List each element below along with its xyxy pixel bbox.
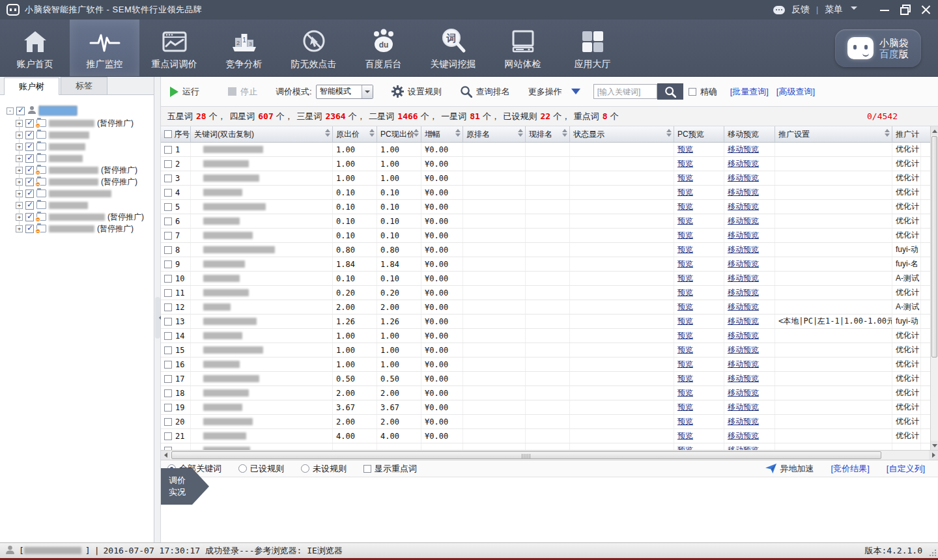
table-row[interactable]: 16 1.00 1.00 ¥0.00 预览 移动预览 优化计 (161, 357, 930, 372)
table-row[interactable]: 17 0.50 0.50 ¥0.00 预览 移动预览 优化计 (161, 372, 930, 386)
pc-preview-link[interactable]: 预览 (677, 287, 693, 298)
nav-keyword-mining[interactable]: 词 关键词挖掘 (418, 20, 488, 76)
tree-item-checkbox[interactable] (25, 225, 34, 233)
pc-preview-link[interactable]: 预览 (677, 173, 693, 184)
menu-link[interactable]: 菜单 (825, 4, 843, 16)
row-checkbox[interactable] (164, 332, 172, 340)
table-row[interactable]: 8 0.80 0.80 ¥0.00 预览 移动预览 fuyi-动 (161, 243, 930, 257)
col-pc-bid[interactable]: PC现出价 (377, 126, 421, 142)
pc-preview-link[interactable]: 预览 (677, 259, 693, 270)
radio-without-rules[interactable]: 未设规则 (301, 463, 347, 475)
table-row[interactable]: 19 3.67 3.67 ¥0.00 预览 移动预览 优化计 (161, 400, 930, 415)
mobile-preview-link[interactable]: 移动预览 (728, 416, 759, 427)
table-row[interactable]: 12 2.00 2.00 ¥0.00 预览 移动预览 A-测试 (161, 300, 930, 315)
row-checkbox[interactable] (164, 146, 172, 154)
mobile-preview-link[interactable]: 移动预览 (728, 158, 759, 169)
nav-key-word-pricing[interactable]: 重点词调价 (139, 20, 209, 76)
collapse-sidebar-handle[interactable] (155, 297, 160, 339)
stop-button[interactable]: 停止 (228, 86, 257, 98)
mobile-preview-link[interactable]: 移动预览 (728, 301, 759, 313)
expand-icon[interactable]: + (16, 143, 23, 150)
mobile-preview-link[interactable]: 移动预览 (728, 201, 759, 212)
mobile-preview-link[interactable]: 移动预览 (728, 144, 759, 155)
mobile-preview-link[interactable]: 移动预览 (728, 373, 759, 384)
mobile-preview-link[interactable]: 移动预览 (728, 344, 759, 356)
row-checkbox[interactable] (164, 275, 172, 283)
row-checkbox[interactable] (164, 303, 172, 311)
pc-preview-link[interactable]: 预览 (677, 344, 693, 356)
table-row[interactable]: 11 0.20 0.20 ¥0.00 预览 移动预览 优化计 (161, 286, 930, 300)
custom-columns-link[interactable]: [自定义列] (887, 463, 925, 475)
row-checkbox[interactable] (164, 160, 172, 168)
row-checkbox[interactable] (164, 389, 172, 397)
pc-preview-link[interactable]: 预览 (677, 402, 693, 413)
pc-preview-link[interactable]: 预览 (677, 359, 693, 370)
pc-preview-link[interactable]: 预览 (677, 430, 693, 441)
col-pc-preview[interactable]: PC预览 (674, 126, 724, 142)
pc-preview-link[interactable]: 预览 (677, 158, 693, 169)
tree-item-checkbox[interactable] (25, 189, 34, 198)
mobile-preview-link[interactable]: 移动预览 (728, 287, 759, 298)
pricing-mode-select[interactable]: 智能模式 (316, 85, 373, 99)
pc-preview-link[interactable]: 预览 (677, 330, 693, 341)
expand-icon[interactable]: + (16, 202, 23, 209)
expand-icon[interactable]: + (16, 225, 23, 232)
row-checkbox[interactable] (164, 260, 172, 268)
nav-baidu-backend[interactable]: du 百度后台 (348, 20, 418, 76)
tree-item-checkbox[interactable] (25, 213, 34, 221)
scroll-right-icon[interactable] (929, 451, 938, 460)
col-now-rank[interactable]: 现排名 (526, 126, 570, 142)
mobile-preview-link[interactable]: 移动预览 (728, 187, 759, 198)
pc-preview-link[interactable]: 预览 (677, 316, 693, 327)
advanced-query-link[interactable]: [高级查询] (776, 86, 815, 98)
more-actions-button[interactable]: 更多操作 (528, 86, 580, 98)
mobile-preview-link[interactable]: 移动预览 (728, 430, 759, 441)
scroll-left-icon[interactable] (161, 451, 170, 460)
col-mobile-preview[interactable]: 移动预览 (724, 126, 775, 142)
restore-button[interactable] (900, 5, 911, 15)
search-button[interactable] (657, 83, 683, 100)
nav-invalid-click-block[interactable]: 防无效点击 (279, 20, 348, 76)
tab-labels[interactable]: 标签 (61, 77, 107, 94)
nav-competition-analysis[interactable]: 213 竞争分析 (209, 20, 279, 76)
table-row[interactable]: 2 1.00 1.00 ¥0.00 预览 移动预览 优化计 (161, 157, 930, 171)
row-checkbox[interactable] (164, 346, 172, 354)
tree-root-item[interactable]: - (7, 104, 154, 117)
pc-preview-link[interactable]: 预览 (677, 373, 693, 384)
menu-caret-icon[interactable] (851, 7, 857, 13)
tree-item-checkbox[interactable] (25, 201, 34, 210)
table-row[interactable]: 7 0.10 0.10 ¥0.00 预览 移动预览 优化计 (161, 229, 930, 243)
bid-result-link[interactable]: [竞价结果] (831, 463, 870, 475)
mobile-preview-link[interactable]: 移动预览 (728, 445, 759, 450)
horizontal-scrollbar[interactable] (161, 450, 938, 460)
pc-preview-link[interactable]: 预览 (677, 301, 693, 313)
pc-preview-link[interactable]: 预览 (677, 230, 693, 241)
expand-icon[interactable]: + (16, 120, 23, 127)
expand-icon[interactable]: + (16, 214, 23, 221)
col-orig-bid[interactable]: 原出价 (333, 126, 377, 142)
row-checkbox[interactable] (164, 318, 172, 326)
pc-preview-link[interactable]: 预览 (677, 387, 693, 399)
radio-with-rules[interactable]: 已设规则 (238, 463, 284, 475)
query-rank-button[interactable]: 查询排名 (460, 85, 510, 98)
expand-icon[interactable]: + (16, 155, 23, 162)
horizontal-scroll-thumb[interactable] (171, 451, 881, 459)
tree-account-item[interactable]: + (16, 129, 154, 141)
table-row[interactable]: 6 0.10 0.10 ¥0.00 预览 移动预览 优化计 (161, 214, 930, 229)
table-row[interactable]: 10 0.10 0.10 ¥0.00 预览 移动预览 A-测试 (161, 272, 930, 286)
table-row[interactable]: 20 2.00 2.00 ¥0.00 预览 移动预览 优化计 (161, 415, 930, 429)
tree-account-item[interactable]: + (暂停推广) (16, 223, 154, 234)
col-promo-setting[interactable]: 推广设置 (775, 126, 892, 142)
keyword-search-input[interactable] (593, 84, 657, 99)
table-row[interactable]: 9 1.84 1.84 ¥0.00 预览 移动预览 fuyi-名 (161, 257, 930, 272)
expand-icon[interactable]: + (16, 190, 23, 197)
run-button[interactable]: 运行 (170, 86, 199, 98)
table-row[interactable]: 14 1.00 1.00 ¥0.00 预览 移动预览 优化计 (161, 329, 930, 343)
row-checkbox[interactable] (164, 404, 172, 412)
brand-logo[interactable]: 小脑袋 百度版 (835, 29, 921, 67)
nav-account-home[interactable]: 账户首页 (0, 20, 70, 76)
row-checkbox[interactable] (164, 246, 172, 254)
select-all-checkbox[interactable] (164, 130, 172, 138)
table-row[interactable]: 15 1.00 1.00 ¥0.00 预览 移动预览 优化计 (161, 343, 930, 357)
tree-account-item[interactable]: + (暂停推广) (16, 211, 154, 223)
